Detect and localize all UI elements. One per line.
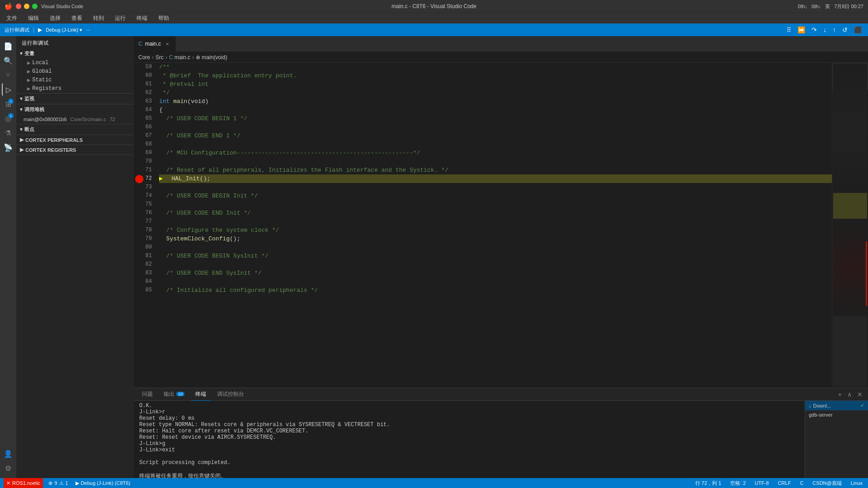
status-language[interactable]: C: [798, 480, 805, 486]
status-errors[interactable]: ⊗ 9 ⚠ 1: [47, 480, 70, 486]
term-line-3: Reset delay: 0 ms: [139, 415, 799, 422]
ln-71: 71: [137, 166, 152, 174]
panel-tab-terminal[interactable]: 终端: [191, 388, 211, 401]
status-bar: ✕ ROS1.noetic ⊗ 9 ⚠ 1 ▶ Debug (J-Link) (…: [0, 478, 868, 488]
terminal-content[interactable]: O.K. J-Link>r Reset delay: 0 ms Reset ty…: [134, 401, 805, 478]
code-editor[interactable]: 59 60 61 62 63 64 65 66 67 68 69 70 71: [134, 63, 832, 388]
extensions-icon[interactable]: ⊞ 1: [2, 98, 14, 110]
status-line-ending[interactable]: CRLF: [776, 480, 793, 486]
ln-65: 65: [137, 114, 152, 123]
callstack-line: 72: [109, 117, 115, 122]
minimize-button[interactable]: [24, 4, 29, 9]
global-item[interactable]: ▶ Global: [16, 67, 134, 76]
menu-terminal[interactable]: 终端: [135, 14, 149, 23]
debug-status[interactable]: ✕ ROS1.noetic: [4, 478, 43, 488]
source-control-icon[interactable]: ⑂: [2, 69, 14, 81]
watch-section-header[interactable]: ▾ 监视: [16, 94, 134, 104]
status-linux[interactable]: Linux: [849, 480, 864, 486]
download-check: ✓: [860, 403, 864, 408]
activity-bar: 📄 🔍 ⑂ ▷ ⊞ 1 ◎ 1 ⚗ 📡 👤 ⚙: [0, 36, 16, 478]
menu-goto[interactable]: 转到: [91, 14, 106, 23]
callstack-section-header[interactable]: ▾ 调用堆栈: [16, 104, 134, 115]
breadcrumb-function[interactable]: ⊕ main(void): [196, 54, 227, 61]
code-line-72: ▶ HAL_Init();: [159, 174, 832, 183]
activity-bottom: 👤 ⚙: [2, 447, 14, 478]
search-icon[interactable]: 🔍: [2, 54, 14, 67]
debug-restart-btn[interactable]: ↺: [840, 25, 849, 34]
menu-view[interactable]: 查看: [70, 14, 84, 23]
registers-item[interactable]: ▶ Registers: [16, 84, 134, 93]
debug-icon: ✕: [6, 480, 10, 486]
registers-label: Registers: [32, 85, 61, 92]
static-item[interactable]: ▶ Static: [16, 76, 134, 84]
explorer-icon[interactable]: 📄: [2, 40, 14, 52]
code-line-83: /* USER CODE END SysInit */: [159, 269, 832, 277]
cortex-peripherals-label: CORTEX PERIPHERALS: [25, 137, 83, 143]
debug-pause-btn[interactable]: ⏩: [796, 25, 807, 34]
debug-stop-btn[interactable]: ⬛: [852, 25, 863, 34]
code-lines: /** * @brief The application entry point…: [156, 63, 832, 388]
status-encoding[interactable]: UTF-8: [753, 480, 771, 486]
callstack-entry[interactable]: main@0x080001b6 Core/Src/main.c 72: [16, 115, 134, 124]
panel-tab-problems[interactable]: 问题: [137, 388, 157, 401]
term-line-6: Reset: Reset device via AIRCR.SYSRESETRE…: [139, 434, 799, 441]
terminal-label: 终端: [195, 390, 206, 398]
menu-help[interactable]: 帮助: [156, 14, 171, 23]
watch-label: 监视: [24, 95, 34, 102]
status-spaces[interactable]: 空格: 2: [728, 480, 747, 487]
panel-tab-debug-console[interactable]: 调试控制台: [212, 388, 249, 401]
breadcrumb-core[interactable]: Core: [138, 54, 150, 61]
debug-stepover-btn[interactable]: ↷: [810, 25, 819, 34]
debug-config-label[interactable]: Debug (J-Link) ▾: [46, 27, 82, 33]
broadcast-icon[interactable]: 📡: [2, 141, 14, 154]
status-debug-session[interactable]: ▶ Debug (J-Link) (C8T6): [74, 480, 132, 486]
callstack-file: Core/Src/main.c: [71, 117, 106, 122]
testing-icon[interactable]: ⚗: [2, 127, 14, 139]
debug-status-label: ROS1.noetic: [12, 480, 40, 486]
breadcrumb-file[interactable]: C main.c: [169, 54, 190, 61]
cortex-peripherals-header[interactable]: ▶ CORTEX PERIPHERALS: [16, 135, 134, 145]
breadcrumb-src[interactable]: Src: [156, 54, 164, 61]
minimap[interactable]: [832, 63, 868, 388]
line-col-label: 行 72，列 1: [695, 480, 721, 487]
menu-edit[interactable]: 编辑: [26, 14, 41, 23]
terminal-item-gdb[interactable]: gdb-server: [805, 410, 868, 419]
account-icon[interactable]: 👤: [2, 447, 14, 460]
debug-stepinto-btn[interactable]: ↓: [821, 25, 828, 34]
status-remote[interactable]: CSDN@底端: [811, 480, 843, 487]
term-line-12: 终端将被任务重用，按任意键关闭。: [139, 472, 799, 478]
status-line-col[interactable]: 行 72，列 1: [693, 480, 723, 487]
maximize-button[interactable]: [32, 4, 38, 9]
debug-more-icon[interactable]: ···: [86, 27, 90, 33]
menu-file[interactable]: 文件: [5, 14, 19, 23]
breakpoints-section-header[interactable]: ▾ 断点: [16, 124, 134, 135]
tab-close-btn[interactable]: ✕: [164, 40, 171, 47]
variables-section-header[interactable]: ▾ 变量: [16, 48, 134, 59]
term-line-5: Reset: Halt core after reset via DEMCR.V…: [139, 428, 799, 434]
app-name: Visual Studio Code: [41, 4, 83, 9]
problems-label: 问题: [142, 390, 153, 398]
run-debug-icon[interactable]: ▷: [2, 83, 14, 96]
panel-tab-output[interactable]: 输出 10: [159, 388, 189, 401]
run-debug-label: 运行和调试: [5, 27, 29, 33]
tab-main-c[interactable]: C main.c ✕: [134, 36, 176, 52]
close-button[interactable]: [16, 4, 21, 9]
local-item[interactable]: ▶ Local: [16, 59, 134, 67]
menu-run[interactable]: 运行: [113, 14, 127, 23]
callstack-label: 调用堆栈: [24, 106, 44, 113]
add-terminal-btn[interactable]: +: [836, 390, 844, 399]
ln-85: 85: [137, 286, 152, 295]
cortex-registers-header[interactable]: ▶ CORTEX REGISTERS: [16, 145, 134, 155]
panel-expand-btn[interactable]: ∧: [845, 390, 854, 399]
terminal-item-download[interactable]: ↓ Downl... ✓: [805, 401, 868, 410]
menu-select[interactable]: 选择: [48, 14, 62, 23]
remote-explorer-icon[interactable]: ◎ 1: [2, 112, 14, 125]
term-line-4: Reset type NORMAL: Resets core & periphe…: [139, 422, 799, 428]
ln-76: 76: [137, 209, 152, 217]
panel-close-btn[interactable]: ✕: [855, 390, 864, 399]
code-line-71: /* Reset of all peripherals, Initializes…: [159, 166, 832, 174]
settings-icon[interactable]: ⚙: [2, 462, 14, 474]
debug-play-icon: ▶: [38, 27, 42, 33]
debug-stepout-btn[interactable]: ↑: [831, 25, 838, 34]
global-label: Global: [32, 68, 52, 75]
